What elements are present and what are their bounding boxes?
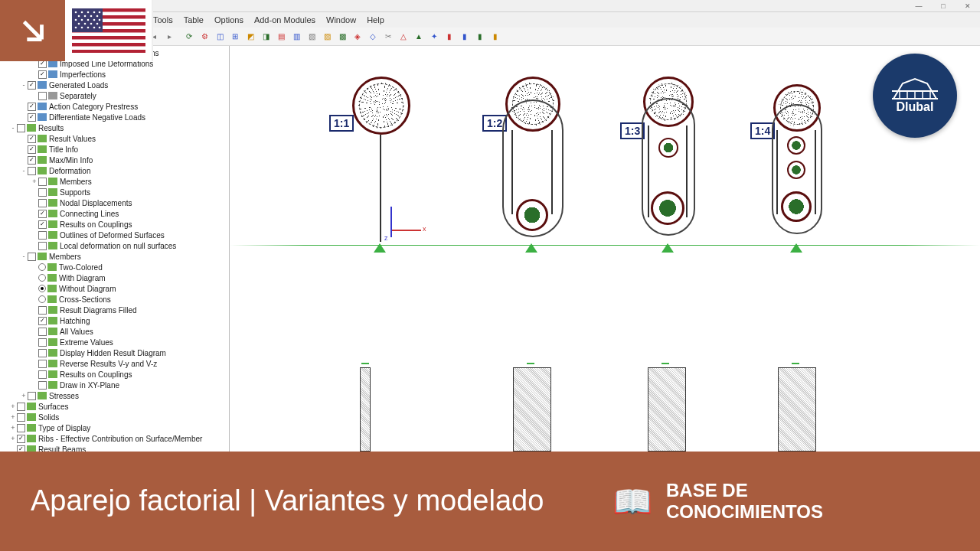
tb-col4-icon[interactable]: ▮ (488, 30, 502, 44)
tree-item[interactable]: Differentiate Negative Loads (3, 112, 227, 122)
tree-item[interactable]: Hatching (3, 315, 227, 326)
dlubal-logo[interactable]: Dlubal (873, 54, 957, 138)
language-flag-us[interactable] (65, 0, 153, 61)
tb-view5-icon[interactable]: ▤ (274, 30, 288, 44)
tb-view3-icon[interactable]: ◩ (243, 30, 257, 44)
svg-point-21 (98, 19, 100, 21)
tree-item[interactable]: Without Diagram (3, 283, 227, 294)
tree-item[interactable]: Local deformation on null surfaces (3, 240, 227, 251)
tree-item[interactable]: +Type of Display (3, 422, 227, 433)
window-maximize[interactable]: □ (934, 2, 952, 11)
tree-item-label: Result Values (49, 135, 96, 143)
tree-item[interactable]: Reverse Results V-y and V-z (3, 358, 227, 369)
bridge-icon (892, 77, 938, 100)
tree-item[interactable]: Results on Couplings (3, 369, 227, 380)
menu-table[interactable]: Table (184, 15, 204, 24)
tree-item[interactable]: Separately (3, 90, 227, 101)
svg-point-11 (93, 11, 95, 14)
tree-item[interactable]: Nodal Displacements (3, 197, 227, 208)
tree-item[interactable]: +Members (3, 176, 227, 187)
menu-window[interactable]: Window (326, 15, 356, 24)
beam-1 (360, 367, 371, 452)
tree-item[interactable]: Outlines of Deformed Surfaces (3, 230, 227, 240)
tb-col1-icon[interactable]: ▮ (443, 30, 456, 44)
tb-view9-icon[interactable]: ▩ (335, 30, 349, 44)
svg-point-9 (80, 11, 83, 14)
tree-item[interactable]: All Values (3, 326, 227, 337)
tree-item-label: Results (38, 124, 64, 132)
menu-tools[interactable]: Tools (153, 15, 173, 24)
tb-view2-icon[interactable]: ⊞ (228, 30, 242, 44)
tree-item[interactable]: Max/Min Info (3, 155, 227, 165)
marker-4 (792, 363, 799, 364)
tree-item[interactable]: Display Hidden Result Diagram (3, 347, 227, 358)
tb-col2-icon[interactable]: ▮ (458, 30, 472, 44)
tree-item-label: Nodal Displacements (60, 199, 132, 207)
tree-item[interactable]: Result Diagrams Filled (3, 305, 227, 315)
svg-point-10 (87, 11, 89, 14)
kb-label-1: BASE DE (666, 480, 823, 501)
tb-view1-icon[interactable]: ◫ (213, 30, 227, 44)
tb-view10-icon[interactable]: ◈ (351, 30, 364, 44)
tree-item-label: Without Diagram (59, 285, 116, 293)
svg-point-27 (80, 27, 83, 29)
tb-add-icon[interactable]: ▲ (412, 30, 426, 44)
menu-help[interactable]: Help (367, 15, 384, 24)
svg-rect-4 (72, 33, 145, 37)
tree-item[interactable]: Two-Colored (3, 262, 227, 272)
ratio-label-1: 1:1 (329, 115, 354, 132)
tree-item[interactable]: -Deformation (3, 165, 227, 176)
tb-cut-icon[interactable]: ✂ (381, 30, 395, 44)
navigator-panel: Imposed Nodal DeformationsImposed Line D… (0, 46, 230, 459)
tb-axes-icon[interactable]: ✦ (427, 30, 441, 44)
svg-point-17 (74, 19, 77, 21)
tree-item[interactable]: Imperfections (3, 69, 227, 80)
marker-3 (662, 363, 669, 364)
tb-col3-icon[interactable]: ▮ (473, 30, 487, 44)
tree-item[interactable]: Result Values (3, 133, 227, 144)
tree-item-label: Cross-Sections (59, 295, 111, 304)
tree-item[interactable]: -Members (3, 251, 227, 262)
tree-item-label: Members (49, 253, 81, 261)
tb-view8-icon[interactable]: ▨ (320, 30, 334, 44)
tb-refresh-icon[interactable]: ⟳ (182, 30, 196, 44)
tree-item-label: Members (60, 178, 92, 186)
tb-view6-icon[interactable]: ▥ (289, 30, 303, 44)
tb-nav-next-icon[interactable]: ▸ (162, 30, 176, 44)
model-viewport[interactable]: x z 1:1 1:2 1:3 1:4 (230, 46, 980, 459)
tree-item-label: Differentiate Negative Loads (49, 113, 145, 122)
tree-item[interactable]: -Results (3, 122, 227, 133)
tree-item-label: Two-Colored (59, 263, 103, 272)
tree-item[interactable]: Connecting Lines (3, 208, 227, 219)
svg-point-25 (96, 23, 98, 25)
tree-item[interactable]: Title Info (3, 144, 227, 155)
beam-4 (778, 367, 816, 452)
tree-item-label: Connecting Lines (60, 210, 119, 218)
tree-item[interactable]: Cross-Sections (3, 294, 227, 305)
tree-item-label: Max/Min Info (49, 156, 93, 165)
menu-addon-modules[interactable]: Add-on Modules (254, 15, 315, 24)
tree-item[interactable]: Draw in XY-Plane (3, 380, 227, 390)
tb-view7-icon[interactable]: ▧ (305, 30, 318, 44)
tree-item[interactable]: +Stresses (3, 390, 227, 401)
window-minimize[interactable]: — (910, 2, 928, 11)
tree-item[interactable]: +Ribs - Effective Contribution on Surfac… (3, 433, 227, 444)
tree-item[interactable]: With Diagram (3, 272, 227, 283)
tree-item[interactable]: -Generated Loads (3, 80, 227, 90)
tree-item[interactable]: Results on Couplings (3, 219, 227, 230)
tree-item[interactable]: Action Category Prestress (3, 101, 227, 112)
tree-item-label: Results on Couplings (60, 370, 132, 379)
tb-view11-icon[interactable]: ◇ (366, 30, 380, 44)
tb-del-icon[interactable]: △ (397, 30, 410, 44)
tb-view4-icon[interactable]: ◨ (259, 30, 273, 44)
tree-item[interactable]: +Surfaces (3, 401, 227, 412)
tree-item-label: Type of Display (38, 424, 90, 432)
window-close[interactable]: ✕ (959, 2, 977, 11)
tree-item[interactable]: Extreme Values (3, 337, 227, 347)
tree-item[interactable]: Supports (3, 187, 227, 197)
menu-options[interactable]: Options (214, 15, 243, 24)
tb-calc-icon[interactable]: ⚙ (198, 30, 211, 44)
download-badge[interactable] (0, 0, 65, 61)
tree-item[interactable]: +Solids (3, 412, 227, 422)
svg-point-16 (96, 15, 98, 18)
